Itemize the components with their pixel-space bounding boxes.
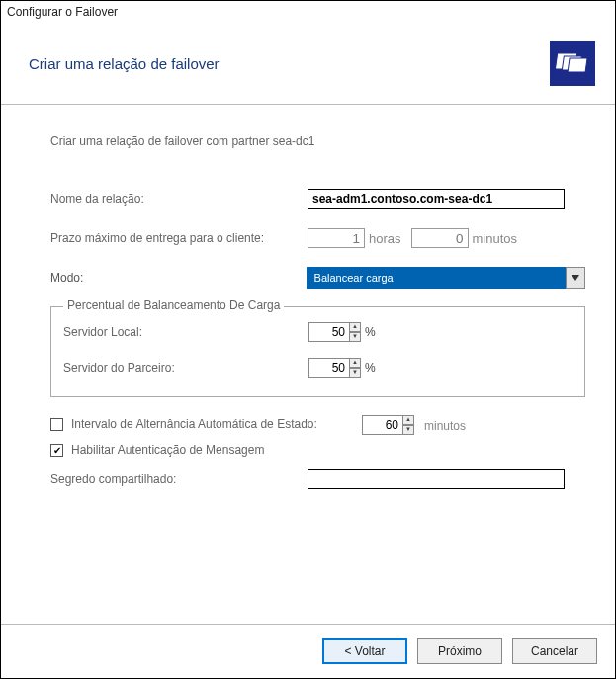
local-server-label: Servidor Local: [63, 325, 308, 339]
window-title: Configurar o Failover [1, 1, 615, 23]
state-switchover-label: Intervalo de Alternância Automática de E… [71, 417, 317, 431]
mode-row: Modo: Balancear carga [50, 267, 585, 289]
shared-secret-input[interactable] [308, 469, 565, 489]
local-server-spinner[interactable]: ▲▼ [308, 322, 361, 342]
partner-server-input[interactable] [308, 358, 350, 378]
state-interval-input[interactable] [362, 415, 403, 435]
group-title: Percentual de Balanceamento De Carga [63, 298, 284, 312]
minutes-unit: minutos [473, 231, 518, 246]
partner-server-spinner[interactable]: ▲▼ [308, 358, 361, 378]
mode-label: Modo: [50, 271, 307, 285]
message-auth-label: Habilitar Autenticação de Mensagem [71, 443, 264, 457]
spinner-buttons[interactable]: ▲▼ [349, 322, 361, 342]
mode-select[interactable]: Balancear carga [307, 267, 585, 289]
load-balance-group: Percentual de Balanceamento De Carga Ser… [50, 306, 585, 397]
hours-unit: horas [369, 231, 401, 246]
local-server-row: Servidor Local: ▲▼ % [63, 321, 572, 343]
lead-time-label: Prazo máximo de entrega para o cliente: [50, 231, 308, 245]
svg-rect-2 [568, 58, 587, 72]
dropdown-arrow-icon[interactable] [566, 267, 585, 289]
mode-selected-text: Balancear carga [314, 272, 394, 284]
shared-secret-row: Segredo compartilhado: [50, 468, 585, 490]
svg-marker-3 [572, 275, 579, 281]
wizard-window: Configurar o Failover Criar uma relação … [0, 0, 616, 679]
dhcp-icon [550, 41, 595, 86]
state-interval-spinner[interactable]: ▲▼ [362, 415, 414, 435]
local-server-input[interactable] [308, 322, 350, 342]
wizard-footer: < Voltar Próximo Cancelar [1, 624, 615, 678]
state-switchover-checkbox[interactable] [50, 418, 63, 431]
relationship-name-row: Nome da relação: [50, 188, 585, 210]
message-auth-row: Habilitar Autenticação de Mensagem [50, 443, 585, 457]
spinner-buttons[interactable]: ▲▼ [349, 358, 361, 378]
shared-secret-label: Segredo compartilhado: [50, 472, 308, 486]
state-minutes-unit: minutos [424, 419, 466, 433]
back-button[interactable]: < Voltar [322, 638, 407, 664]
wizard-header: Criar uma relação de failover [1, 23, 615, 105]
wizard-body: Criar uma relação de failover com partne… [1, 105, 615, 624]
spinner-buttons[interactable]: ▲▼ [402, 415, 414, 435]
partner-server-row: Servidor do Parceiro: ▲▼ % [63, 357, 572, 379]
relationship-name-label: Nome da relação: [50, 192, 308, 206]
page-title: Criar uma relação de failover [29, 55, 220, 72]
hours-input[interactable] [308, 228, 365, 248]
minutes-input[interactable] [411, 228, 469, 248]
percent-sign: % [365, 361, 376, 375]
lead-time-row: Prazo máximo de entrega para o cliente: … [50, 227, 585, 249]
message-auth-checkbox[interactable] [50, 444, 63, 457]
next-button[interactable]: Próximo [417, 638, 502, 664]
cancel-button[interactable]: Cancelar [512, 638, 597, 664]
percent-sign: % [365, 325, 376, 339]
state-switchover-row: Intervalo de Alternância Automática de E… [50, 417, 585, 431]
partner-server-label: Servidor do Parceiro: [63, 361, 308, 375]
relationship-name-input[interactable] [308, 189, 565, 209]
intro-text: Criar uma relação de failover com partne… [50, 134, 585, 148]
